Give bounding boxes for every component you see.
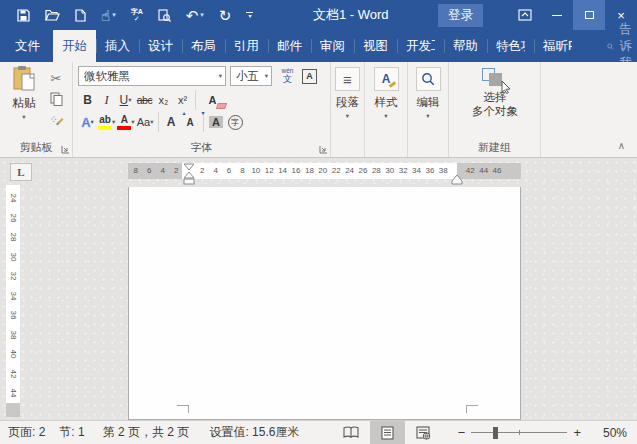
strikethrough-button[interactable]: abc <box>135 90 154 110</box>
copy-icon[interactable] <box>46 90 66 108</box>
status-page-info[interactable]: 第 2 页，共 2 页 <box>103 424 190 441</box>
web-layout-button[interactable] <box>405 421 442 444</box>
zoom-in-button[interactable]: + <box>567 425 587 440</box>
tab-references[interactable]: 引用 <box>225 30 268 62</box>
new-document-icon[interactable] <box>75 9 86 22</box>
text-effects-button[interactable]: A ▾ <box>78 112 97 132</box>
subscript-button[interactable]: x₂ <box>154 90 173 110</box>
horizontal-ruler[interactable]: 8642 2468101214161820222426283032343638 … <box>128 163 521 179</box>
web-layout-icon <box>416 426 431 440</box>
paste-button[interactable]: 粘贴 ▾ <box>4 65 44 139</box>
tab-view[interactable]: 视图 <box>354 30 397 62</box>
shrink-font-button[interactable]: A ▾ <box>181 112 200 132</box>
character-shading-button[interactable]: A <box>207 112 226 132</box>
zoom-out-button[interactable]: − <box>452 425 472 440</box>
dropdown-icon: ▾ <box>91 119 94 126</box>
open-folder-icon[interactable] <box>45 9 60 21</box>
tab-home[interactable]: 开始 <box>53 30 96 62</box>
ruler-number: 2 <box>196 163 209 179</box>
tell-me-box[interactable]: 告诉我 <box>607 30 637 62</box>
grow-font-button[interactable]: A ▴ <box>162 112 181 132</box>
ruler-number: 24 <box>6 191 20 205</box>
font-size-combobox[interactable]: 小五 ▾ <box>230 66 272 86</box>
tab-foxit[interactable]: 福昕P <box>534 30 581 62</box>
dropdown-icon: ▾ <box>265 73 268 80</box>
zoom-slider-thumb[interactable] <box>493 427 498 439</box>
redo-icon[interactable]: ↻ <box>219 8 232 23</box>
font-color-button[interactable]: A ▾ <box>116 112 135 132</box>
paste-clipboard-icon <box>12 65 36 92</box>
customize-qat-icon[interactable]: ▾ <box>246 12 253 19</box>
text-highlight-button[interactable]: ab ▾ <box>97 112 116 132</box>
status-page-number[interactable]: 页面: 2 <box>8 424 45 441</box>
vertical-ruler[interactable]: 2426283032343638404244 <box>6 185 20 417</box>
window-title: 文档1 - Word <box>253 6 438 24</box>
ruler-number: 32 <box>396 163 409 179</box>
ruler-number: 28 <box>370 163 383 179</box>
ruler-number: 8 <box>236 163 249 179</box>
tab-mailings[interactable]: 邮件 <box>268 30 311 62</box>
cut-icon[interactable]: ✂ <box>46 69 66 87</box>
new-custom-group: 选择 多个对象 新建组 <box>449 62 541 157</box>
print-layout-button[interactable] <box>370 421 405 444</box>
tab-help[interactable]: 帮助 <box>444 30 487 62</box>
print-preview-icon[interactable] <box>158 9 171 22</box>
undo-icon[interactable]: ↶ ▾ <box>186 8 204 23</box>
dropdown-icon: ▾ <box>426 113 429 120</box>
spell-check-icon[interactable]: 字A ✓ <box>131 8 143 22</box>
read-mode-button[interactable] <box>332 421 370 444</box>
change-case-button[interactable]: Aa ▾ <box>136 112 155 132</box>
document-page[interactable] <box>128 187 521 420</box>
format-painter-icon[interactable] <box>46 111 66 129</box>
ruler-number: 36 <box>423 163 436 179</box>
signin-button[interactable]: 登录 <box>438 4 483 27</box>
ruler-number: 34 <box>6 289 20 303</box>
paragraph-menu-button[interactable]: ≡ <box>335 67 360 91</box>
styles-menu-button[interactable]: A <box>374 67 399 91</box>
ruler-number: 28 <box>6 230 20 244</box>
ruler-number: 38 <box>6 328 20 342</box>
bold-button[interactable]: B <box>78 90 97 110</box>
clipboard-group: 粘贴 ▾ ✂ 剪贴板 <box>0 62 73 157</box>
tab-stop-selector[interactable]: L <box>10 163 32 181</box>
phonetic-guide-icon[interactable]: wén 文 <box>278 66 297 86</box>
zoom-percentage[interactable]: 50% <box>587 426 627 440</box>
ruler-number: 10 <box>249 163 262 179</box>
ribbon-display-options-icon[interactable] <box>509 0 541 30</box>
minimize-button[interactable] <box>541 0 573 30</box>
dropdown-icon: ▾ <box>112 11 116 19</box>
character-border-icon[interactable]: A <box>300 66 319 86</box>
font-dialog-launcher-icon[interactable] <box>319 145 328 154</box>
collapse-ribbon-icon[interactable]: ∧ <box>618 140 625 151</box>
clipboard-group-label: 剪贴板 <box>0 139 72 157</box>
tab-developer[interactable]: 开发工 <box>397 30 444 62</box>
clipboard-dialog-launcher-icon[interactable] <box>61 145 70 154</box>
tab-insert[interactable]: 插入 <box>96 30 139 62</box>
document-area[interactable]: L 8642 246810121416182022242628303234363… <box>0 158 637 420</box>
save-icon[interactable] <box>17 9 30 22</box>
font-group: 微软雅黑 ▾ 小五 ▾ wén 文 A <box>73 62 331 157</box>
editing-menu-button[interactable] <box>416 67 441 91</box>
zoom-slider[interactable] <box>471 421 567 444</box>
select-multiple-objects-button[interactable]: 选择 多个对象 <box>472 66 518 118</box>
tab-design[interactable]: 设计 <box>139 30 182 62</box>
tab-layout[interactable]: 布局 <box>182 30 225 62</box>
styles-group: A 样式 ▾ <box>365 62 408 157</box>
superscript-button[interactable]: x² <box>173 90 192 110</box>
underline-button[interactable]: U ▾ <box>116 90 135 110</box>
font-name-combobox[interactable]: 微软雅黑 ▾ <box>78 66 226 86</box>
text-boundary-mark-right <box>466 405 478 413</box>
maximize-button[interactable] <box>573 0 605 30</box>
tab-review[interactable]: 审阅 <box>311 30 354 62</box>
enclose-characters-button[interactable]: 字 <box>226 112 245 132</box>
italic-button[interactable]: I <box>97 90 116 110</box>
paragraph-lines-icon: ≡ <box>343 72 352 87</box>
tab-special-features[interactable]: 特色功 <box>487 30 534 62</box>
indent-markers[interactable] <box>183 163 195 189</box>
touch-mode-icon[interactable]: ☝ ▾ <box>101 8 116 23</box>
status-section[interactable]: 节: 1 <box>59 424 84 441</box>
tab-file[interactable]: 文件 <box>2 30 53 62</box>
ruler-number: 42 <box>6 367 20 381</box>
status-setting-value: 设置值: 15.6厘米 <box>209 424 299 441</box>
clear-formatting-icon[interactable]: A <box>203 90 222 110</box>
